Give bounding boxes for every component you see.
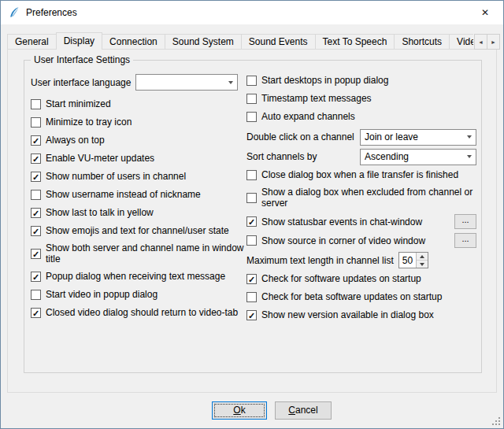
checkbox-vu-meter-updates[interactable]: ✓ Enable VU-meter updates: [31, 152, 245, 165]
checkbox-icon: [246, 170, 257, 180]
tab-scroll-right-button[interactable]: ►: [487, 34, 500, 50]
left-column: User interface language Start minimized …: [31, 74, 245, 324]
checkbox-label: Check for software updates on startup: [261, 273, 421, 284]
spin-up-button[interactable]: [417, 253, 428, 260]
tab-strip: GeneralDisplayConnectionSound SystemSoun…: [7, 32, 497, 50]
checkbox-icon: ✓: [246, 216, 257, 227]
language-dropdown[interactable]: [135, 74, 238, 91]
checkbox-icon: [31, 117, 41, 128]
tab-list: GeneralDisplayConnectionSound SystemSoun…: [7, 32, 473, 50]
preferences-window: Preferences ✕ GeneralDisplayConnectionSo…: [0, 0, 504, 429]
footer-buttons: Ok Cancel: [212, 401, 332, 420]
checkbox-icon: ✓: [31, 135, 41, 146]
checkbox-popup-text-message[interactable]: ✓ Popup dialog when receiving text messa…: [31, 270, 245, 283]
checkbox-show-username[interactable]: Show username instead of nickname: [31, 188, 245, 201]
checkbox-excluded-dialog[interactable]: Show a dialog box when excluded from cha…: [246, 187, 476, 209]
tab-shortcuts[interactable]: Shortcuts: [394, 34, 450, 50]
ok-button[interactable]: Ok: [212, 401, 267, 420]
spin-down-button[interactable]: [417, 260, 428, 268]
checkbox-icon: [246, 235, 257, 246]
double-click-value: Join or leave: [365, 131, 462, 142]
chevron-down-icon: [467, 135, 472, 139]
statusbar-events-row[interactable]: ✓ Show statusbar events in chat-window .…: [246, 214, 476, 229]
checkbox-icon: [31, 99, 41, 109]
checkbox-label: Show a dialog box when excluded from cha…: [261, 187, 476, 209]
checkbox-label: Show last to talk in yellow: [46, 207, 154, 218]
checkbox-icon: ✓: [246, 274, 257, 284]
spinner-buttons: [416, 253, 428, 268]
checkbox-icon: ✓: [246, 310, 257, 320]
checkbox-label: Show number of users in channel: [46, 171, 186, 182]
checkbox-icon: [246, 76, 257, 86]
video-source-row[interactable]: Show source in corner of video window ..…: [246, 233, 476, 248]
sort-channels-value: Ascending: [365, 151, 462, 162]
checkbox-server-channel-title[interactable]: ✓ Show both server and channel name in w…: [31, 242, 245, 264]
tab-text-to-speech[interactable]: Text To Speech: [315, 34, 395, 50]
group-title: User Interface Settings: [31, 54, 133, 65]
checkbox-show-user-count[interactable]: ✓ Show number of users in channel: [31, 170, 245, 183]
cancel-button[interactable]: Cancel: [275, 401, 332, 420]
resize-grip[interactable]: [491, 416, 502, 427]
checkbox-new-version-dialog[interactable]: ✓ Show new version available in dialog b…: [246, 309, 476, 321]
checkbox-label: Show both server and channel name in win…: [46, 242, 245, 264]
checkbox-close-filetransfer-dialog[interactable]: Close dialog box when a file transfer is…: [246, 168, 476, 181]
checkbox-software-updates[interactable]: ✓ Check for software updates on startup: [246, 272, 476, 285]
checkbox-minimize-to-tray[interactable]: Minimize to tray icon: [31, 116, 245, 128]
window-title: Preferences: [26, 7, 77, 18]
double-click-row: Double click on a channel Join or leave: [246, 128, 476, 146]
checkbox-label: Show new version available in dialog box: [261, 309, 434, 320]
tab-general[interactable]: General: [7, 34, 57, 50]
statusbar-events-more-button[interactable]: ...: [454, 214, 476, 229]
checkbox-video-return-tab[interactable]: ✓ Closed video dialog should return to v…: [31, 306, 245, 319]
tab-connection[interactable]: Connection: [102, 34, 165, 50]
language-label: User interface language: [31, 77, 131, 88]
checkbox-label: Popup dialog when receiving text message: [46, 271, 225, 282]
tab-scroll-left-button[interactable]: ◄: [474, 34, 487, 50]
tab-sound-events[interactable]: Sound Events: [241, 34, 316, 50]
checkbox-video-popup[interactable]: Start video in popup dialog: [31, 288, 245, 301]
max-text-length-spinbox[interactable]: 50: [398, 252, 428, 268]
checkbox-timestamp-messages[interactable]: Timestamp text messages: [246, 92, 476, 105]
titlebar[interactable]: Preferences ✕: [1, 1, 503, 24]
sort-channels-dropdown[interactable]: Ascending: [360, 149, 476, 165]
checkbox-label: Start desktops in popup dialog: [261, 75, 388, 86]
checkbox-icon: [31, 290, 41, 300]
checkbox-icon: ✓: [31, 208, 41, 218]
close-icon[interactable]: ✕: [467, 1, 503, 24]
checkbox-last-talk-yellow[interactable]: ✓ Show last to talk in yellow: [31, 206, 245, 219]
checkbox-icon: ✓: [31, 172, 41, 182]
checkbox-beta-updates[interactable]: Check for beta software updates on start…: [246, 290, 476, 303]
checkbox-label: Minimize to tray icon: [46, 116, 132, 128]
checkbox-label: Start minimized: [46, 98, 111, 109]
checkbox-label: Check for beta software updates on start…: [261, 291, 442, 302]
tab-video[interactable]: Video: [449, 34, 473, 50]
checkbox-label: Show source in corner of video window: [261, 235, 425, 246]
checkbox-icon: [246, 193, 257, 203]
right-column: Start desktops in popup dialog Timestamp…: [246, 74, 476, 327]
checkbox-label: Always on top: [46, 135, 105, 146]
checkbox-start-desktops-popup[interactable]: Start desktops in popup dialog: [246, 74, 476, 87]
sort-channels-row: Sort channels by Ascending: [246, 148, 476, 165]
checkbox-icon: ✓: [31, 272, 41, 282]
double-click-label: Double click on a channel: [246, 131, 354, 142]
cancel-button-label: Cancel: [276, 402, 331, 419]
checkbox-auto-expand-channels[interactable]: Auto expand channels: [246, 110, 476, 123]
tab-sound-system[interactable]: Sound System: [165, 34, 242, 50]
chevron-down-icon: [228, 81, 233, 84]
checkbox-always-on-top[interactable]: ✓ Always on top: [31, 134, 245, 146]
checkbox-label: Timestamp text messages: [261, 93, 372, 104]
language-row: User interface language: [31, 74, 245, 91]
double-click-dropdown[interactable]: Join or leave: [360, 129, 476, 146]
checkbox-icon: [246, 112, 257, 122]
checkbox-icon: ✓: [31, 153, 41, 164]
video-source-more-button[interactable]: ...: [454, 233, 476, 248]
checkbox-icon: ✓: [31, 308, 41, 318]
checkbox-icon: [246, 292, 257, 302]
tab-display[interactable]: Display: [56, 32, 102, 50]
sort-channels-label: Sort channels by: [246, 151, 317, 162]
checkbox-label: Show username instead of nickname: [46, 189, 201, 200]
chevron-down-icon: [467, 155, 472, 158]
max-text-length-value: 50: [399, 253, 416, 268]
checkbox-start-minimized[interactable]: Start minimized: [31, 98, 245, 110]
checkbox-show-emojis[interactable]: ✓ Show emojis and text for channel/user …: [31, 224, 245, 237]
